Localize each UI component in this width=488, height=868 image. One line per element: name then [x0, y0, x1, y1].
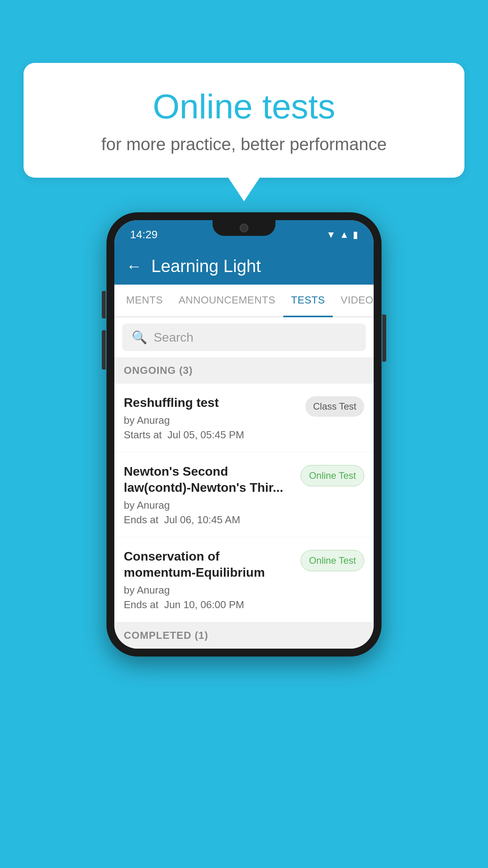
test-info: Reshuffling test by Anurag Starts at Jul…	[124, 395, 305, 441]
test-item[interactable]: Reshuffling test by Anurag Starts at Jul…	[114, 384, 374, 452]
ongoing-section-label: ONGOING (3)	[124, 364, 193, 376]
phone-notch	[213, 220, 275, 236]
search-input[interactable]: Search	[154, 330, 193, 345]
tabs-bar: MENTS ANNOUNCEMENTS TESTS VIDEOS	[114, 285, 374, 317]
test-name: Conservation of momentum-Equilibrium	[124, 548, 294, 581]
phone-camera	[240, 224, 248, 232]
battery-icon: ▮	[353, 229, 358, 240]
test-item[interactable]: Conservation of momentum-Equilibrium by …	[114, 537, 374, 622]
test-info: Conservation of momentum-Equilibrium by …	[124, 548, 301, 611]
test-time: Starts at Jul 05, 05:45 PM	[124, 429, 299, 441]
app-header: ← Learning Light	[114, 248, 374, 285]
test-author: by Anurag	[124, 414, 299, 427]
test-item[interactable]: Newton's Second law(contd)-Newton's Thir…	[114, 452, 374, 537]
speech-bubble-arrow	[228, 178, 260, 201]
phone-screen: 14:29 ▼ ▲ ▮ ← Learning Light MENTS ANNOU…	[114, 220, 374, 649]
speech-bubble: Online tests for more practice, better p…	[24, 63, 464, 178]
speech-bubble-section: Online tests for more practice, better p…	[24, 63, 464, 201]
signal-icon: ▲	[339, 229, 349, 240]
phone-frame: 14:29 ▼ ▲ ▮ ← Learning Light MENTS ANNOU…	[106, 212, 382, 657]
test-name: Newton's Second law(contd)-Newton's Thir…	[124, 463, 294, 496]
tab-videos[interactable]: VIDEOS	[333, 285, 374, 316]
speech-bubble-subtitle: for more practice, better performance	[55, 134, 433, 154]
search-input-wrapper[interactable]: 🔍 Search	[122, 324, 366, 351]
test-list: Reshuffling test by Anurag Starts at Jul…	[114, 384, 374, 622]
wifi-icon: ▼	[326, 229, 336, 240]
tab-announcements[interactable]: ANNOUNCEMENTS	[171, 285, 283, 316]
phone-side-btn-volume-up	[102, 291, 106, 318]
app-title: Learning Light	[151, 256, 261, 276]
test-time: Ends at Jun 10, 06:00 PM	[124, 599, 294, 611]
test-badge-online: Online Test	[301, 550, 364, 571]
phone-mockup: 14:29 ▼ ▲ ▮ ← Learning Light MENTS ANNOU…	[106, 212, 382, 657]
search-icon: 🔍	[132, 330, 147, 345]
test-badge-class: Class Test	[305, 396, 364, 417]
test-author: by Anurag	[124, 499, 294, 511]
test-time: Ends at Jul 06, 10:45 AM	[124, 514, 294, 526]
phone-side-btn-volume-down	[102, 330, 106, 370]
tab-ments[interactable]: MENTS	[118, 285, 171, 316]
ongoing-section-header: ONGOING (3)	[114, 357, 374, 384]
phone-side-btn-power	[382, 314, 386, 362]
completed-section-label: COMPLETED (1)	[124, 629, 208, 641]
test-name: Reshuffling test	[124, 395, 299, 411]
test-badge-online: Online Test	[301, 465, 364, 486]
speech-bubble-title: Online tests	[55, 86, 433, 127]
status-icons: ▼ ▲ ▮	[326, 229, 358, 240]
test-info: Newton's Second law(contd)-Newton's Thir…	[124, 463, 301, 526]
tab-tests[interactable]: TESTS	[283, 285, 333, 317]
test-author: by Anurag	[124, 584, 294, 596]
completed-section-header: COMPLETED (1)	[114, 622, 374, 649]
back-button[interactable]: ←	[126, 258, 142, 274]
search-container: 🔍 Search	[114, 317, 374, 357]
status-time: 14:29	[130, 228, 158, 241]
